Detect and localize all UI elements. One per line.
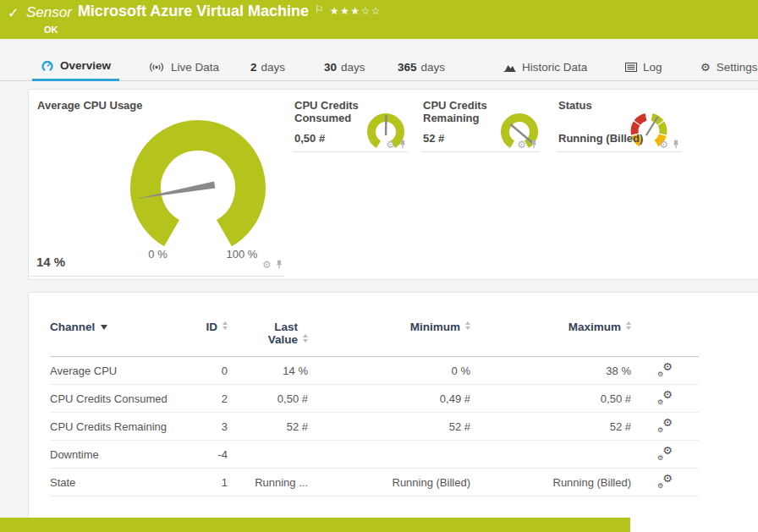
column-header-channel[interactable]: Channel <box>50 321 185 357</box>
channel-settings-icon[interactable]: ⚙⚙ <box>656 474 673 488</box>
tab-number: 365 <box>398 61 417 74</box>
log-icon <box>625 63 637 72</box>
sensor-name: Microsoft Azure Virtual Machine <box>78 3 309 20</box>
sort-caret-icon <box>222 321 228 330</box>
tab-bar: Overview Live Data 2 days 30 days 365 da… <box>0 52 758 81</box>
cell-id: 3 <box>185 413 228 441</box>
cell-channel: CPU Credits Remaining <box>50 413 185 441</box>
mini-gauge-value: Running (Billed) <box>558 132 643 145</box>
table-row[interactable]: State 1 Running ... Running (Billed) Run… <box>50 469 699 496</box>
channels-table: Channel ID Last Value Minimum Maximum <box>50 321 699 496</box>
gauges-panel: Average CPU Usage 0 % 100 % 14 % ⚙ CPU C… <box>28 89 758 280</box>
cell-channel: Average CPU <box>50 357 185 385</box>
cell-last-value: 14 % <box>228 357 308 385</box>
cell-maximum: 52 # <box>470 413 631 441</box>
channels-panel: Channel ID Last Value Minimum Maximum <box>28 292 758 532</box>
tab-2-days[interactable]: 2 days <box>250 52 285 81</box>
tab-settings[interactable]: ⚙ Settings <box>700 52 757 81</box>
tab-label: Overview <box>60 59 111 72</box>
cell-last-value <box>228 441 308 469</box>
header-label: Channel <box>50 321 95 333</box>
sensor-header: ✓ Sensor Microsoft Azure Virtual Machine… <box>0 0 758 39</box>
cell-channel: Downtime <box>50 441 185 469</box>
header-label: ID <box>206 321 218 333</box>
tab-label: days <box>341 61 365 74</box>
pin-icon[interactable] <box>530 140 538 149</box>
live-data-icon <box>148 62 165 73</box>
gear-icon[interactable]: ⚙ <box>386 140 395 149</box>
cell-minimum <box>308 441 470 469</box>
cell-minimum: 0,49 # <box>308 385 470 413</box>
cell-last-value: 52 # <box>228 413 308 441</box>
gauge-card-cpu-credits-remaining[interactable]: CPU Credits Remaining 52 # ⚙ <box>421 90 540 152</box>
tab-overview[interactable]: Overview <box>32 52 119 81</box>
column-header-minimum[interactable]: Minimum <box>308 321 470 357</box>
column-header-maximum[interactable]: Maximum <box>470 321 631 357</box>
tab-historic-data[interactable]: Historic Data <box>503 52 587 81</box>
table-row[interactable]: CPU Credits Remaining 3 52 # 52 # 52 # ⚙… <box>50 413 699 441</box>
mini-gauge-value: 52 # <box>423 132 444 145</box>
pin-icon[interactable] <box>672 140 680 149</box>
gauge-needle <box>386 115 387 135</box>
cell-id: 2 <box>185 385 228 413</box>
cell-last-value: Running ... <box>228 469 308 496</box>
gauge-card-cpu-credits-consumed[interactable]: CPU Credits Consumed 0,50 # ⚙ <box>293 90 409 152</box>
pin-icon[interactable] <box>398 140 407 149</box>
channel-settings-icon[interactable]: ⚙⚙ <box>656 363 673 376</box>
tab-365-days[interactable]: 365 days <box>398 52 445 81</box>
cell-channel: State <box>50 469 185 496</box>
table-row[interactable]: Average CPU 0 14 % 0 % 38 % ⚙⚙ <box>50 357 699 385</box>
channel-settings-icon[interactable]: ⚙⚙ <box>656 419 673 432</box>
footer-bar <box>0 518 630 532</box>
column-header-last-value[interactable]: Last Value <box>228 321 308 357</box>
cell-minimum: Running (Billed) <box>308 469 470 496</box>
cell-id: 0 <box>185 357 228 385</box>
cell-last-value: 0,50 # <box>228 385 308 413</box>
column-header-id[interactable]: ID <box>185 321 228 357</box>
gear-icon: ⚙ <box>700 61 711 74</box>
channel-settings-icon[interactable]: ⚙⚙ <box>656 447 673 460</box>
sensor-status-badge: OK <box>44 25 58 35</box>
mini-gauge-title: Status <box>558 99 592 112</box>
cell-maximum: 0,50 # <box>470 385 631 413</box>
tab-label: Log <box>643 61 662 74</box>
tab-label: Historic Data <box>522 61 587 74</box>
cell-minimum: 52 # <box>308 413 470 441</box>
tab-log[interactable]: Log <box>625 52 662 81</box>
average-cpu-gauge[interactable] <box>113 103 283 272</box>
gauge-scale-max: 100 % <box>217 248 267 261</box>
cell-minimum: 0 % <box>308 357 470 385</box>
sort-caret-icon <box>465 321 470 330</box>
object-kind-label: Sensor <box>26 3 72 21</box>
cell-id: 1 <box>185 469 228 496</box>
pin-icon[interactable] <box>275 260 283 269</box>
channel-settings-icon[interactable]: ⚙⚙ <box>656 391 673 404</box>
gauge-card-status[interactable]: Status Running (Billed) ⚙ <box>557 90 682 152</box>
gear-icon[interactable]: ⚙ <box>517 140 526 149</box>
table-row[interactable]: CPU Credits Consumed 2 0,50 # 0,49 # 0,5… <box>50 385 699 413</box>
table-row[interactable]: Downtime -4 ⚙⚙ <box>50 441 699 469</box>
header-label: Last Value <box>259 321 298 346</box>
mini-gauge-value: 0,50 # <box>294 132 325 145</box>
priority-stars[interactable]: ★★★☆☆ <box>330 3 382 17</box>
tab-number: 30 <box>324 61 337 74</box>
cell-maximum: Running (Billed) <box>470 469 631 496</box>
gauge-scale-min: 0 % <box>139 248 177 261</box>
gear-icon[interactable]: ⚙ <box>659 140 668 149</box>
sort-caret-icon <box>626 321 631 330</box>
gear-icon[interactable]: ⚙ <box>262 261 272 269</box>
tab-live-data[interactable]: Live Data <box>148 52 219 81</box>
sensor-title-row: Sensor Microsoft Azure Virtual Machine ⚐… <box>26 3 382 21</box>
header-label: Minimum <box>410 321 460 333</box>
cell-maximum: 38 % <box>470 357 631 385</box>
tab-label: Settings <box>717 61 758 74</box>
tab-number: 2 <box>250 61 257 74</box>
divider <box>29 276 284 277</box>
historic-chart-icon <box>503 62 516 72</box>
gauge-icon <box>41 59 54 73</box>
tab-30-days[interactable]: 30 days <box>324 52 365 81</box>
cell-channel: CPU Credits Consumed <box>50 385 185 413</box>
primary-gauge-value: 14 % <box>36 255 65 269</box>
flag-icon[interactable]: ⚐ <box>315 3 324 15</box>
sort-active-icon <box>101 325 107 330</box>
